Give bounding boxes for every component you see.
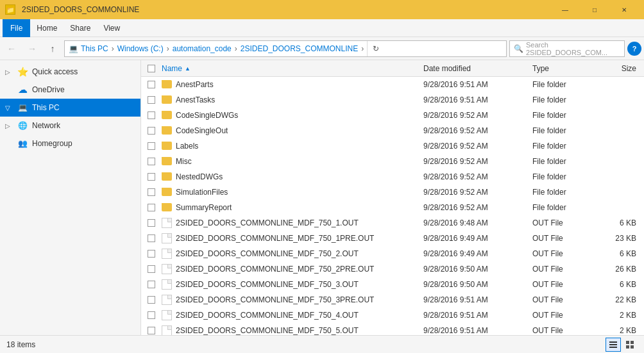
table-row[interactable]: AnestParts 9/28/2016 9:51 AM File folder bbox=[141, 77, 644, 92]
table-row[interactable]: 2SIDED_DOORS_COMMONLINE_MDF_750_1PRE.OUT… bbox=[141, 231, 644, 246]
table-row[interactable]: 2SIDED_DOORS_COMMONLINE_MDF_750_4.OUT 9/… bbox=[141, 308, 644, 323]
row-check[interactable] bbox=[148, 219, 155, 227]
file-icon bbox=[162, 325, 172, 336]
sidebar-item-homegroup[interactable]: ▷ 👥 Homegroup bbox=[0, 135, 140, 152]
row-checkbox[interactable] bbox=[144, 234, 159, 242]
table-row[interactable]: SummaryReport 9/28/2016 9:52 AM File fol… bbox=[141, 200, 644, 215]
table-row[interactable]: 2SIDED_DOORS_COMMONLINE_MDF_750_1.OUT 9/… bbox=[141, 215, 644, 231]
sidebar-item-quick-access[interactable]: ▷ Quick access bbox=[0, 63, 140, 81]
row-checkbox[interactable] bbox=[144, 127, 159, 135]
row-checkbox[interactable] bbox=[144, 188, 159, 196]
row-check[interactable] bbox=[148, 311, 155, 319]
table-row[interactable]: CodeSingleOut 9/28/2016 9:52 AM File fol… bbox=[141, 123, 644, 138]
row-check[interactable] bbox=[148, 265, 155, 273]
row-checkbox[interactable] bbox=[144, 204, 159, 211]
minimize-button[interactable]: — bbox=[550, 0, 580, 19]
table-row[interactable]: 2SIDED_DOORS_COMMONLINE_MDF_750_3PRE.OUT… bbox=[141, 292, 644, 308]
table-row[interactable]: 2SIDED_DOORS_COMMONLINE_MDF_750_2PRE.OUT… bbox=[141, 261, 644, 277]
back-button[interactable]: ← bbox=[3, 40, 21, 58]
row-check[interactable] bbox=[148, 204, 155, 211]
row-check[interactable] bbox=[148, 158, 155, 165]
file-date: 9/28/2016 9:50 AM bbox=[423, 265, 532, 274]
sort-arrow-icon: ▲ bbox=[185, 65, 191, 72]
homegroup-icon: 👥 bbox=[17, 138, 28, 149]
row-checkbox[interactable] bbox=[144, 219, 159, 227]
column-header-size[interactable]: Size bbox=[597, 64, 641, 73]
sidebar-item-network[interactable]: ▷ 🌐 Network bbox=[0, 117, 140, 135]
row-checkbox[interactable] bbox=[144, 311, 159, 319]
sidebar-item-onedrive[interactable]: ▷ ☁ OneDrive bbox=[0, 81, 140, 99]
file-name: 2SIDED_DOORS_COMMONLINE_MDF_750_2.OUT bbox=[159, 249, 423, 259]
row-checkbox[interactable] bbox=[144, 111, 159, 119]
column-header-date[interactable]: Date modified bbox=[423, 64, 532, 73]
row-checkbox[interactable] bbox=[144, 158, 159, 165]
pc-icon: 💻 bbox=[17, 102, 28, 113]
folder-icon bbox=[162, 80, 172, 88]
column-header-name[interactable]: Name ▲ bbox=[159, 64, 423, 73]
row-check[interactable] bbox=[148, 281, 155, 288]
header-checkbox[interactable] bbox=[144, 65, 159, 72]
details-view-button[interactable] bbox=[606, 338, 621, 352]
table-row[interactable]: AnestTasks 9/28/2016 9:51 AM File folder bbox=[141, 92, 644, 108]
breadcrumb-this-pc[interactable]: This PC bbox=[81, 44, 108, 53]
row-check[interactable] bbox=[148, 173, 155, 181]
table-row[interactable]: Misc 9/28/2016 9:52 AM File folder bbox=[141, 154, 644, 169]
table-row[interactable]: 2SIDED_DOORS_COMMONLINE_MDF_750_5.OUT 9/… bbox=[141, 323, 644, 335]
sidebar: ▷ Quick access ▷ ☁ OneDrive ▽ 💻 This PC … bbox=[0, 60, 141, 335]
menu-view[interactable]: View bbox=[97, 19, 126, 37]
row-check[interactable] bbox=[148, 188, 155, 196]
table-row[interactable]: 2SIDED_DOORS_COMMONLINE_MDF_750_2.OUT 9/… bbox=[141, 246, 644, 261]
maximize-button[interactable]: □ bbox=[580, 0, 609, 19]
menu-share[interactable]: Share bbox=[64, 19, 97, 37]
sidebar-item-this-pc[interactable]: ▽ 💻 This PC bbox=[0, 99, 140, 117]
menu-home[interactable]: Home bbox=[30, 19, 64, 37]
row-check[interactable] bbox=[148, 296, 155, 304]
address-bar[interactable]: 💻 This PC › Windows (C:) › automation_co… bbox=[64, 40, 507, 57]
breadcrumb-windows-c[interactable]: Windows (C:) bbox=[117, 44, 164, 53]
help-button[interactable]: ? bbox=[627, 42, 641, 56]
row-check[interactable] bbox=[148, 142, 155, 150]
row-checkbox[interactable] bbox=[144, 327, 159, 334]
row-checkbox[interactable] bbox=[144, 281, 159, 288]
row-check[interactable] bbox=[148, 81, 155, 88]
row-check[interactable] bbox=[148, 327, 155, 334]
row-checkbox[interactable] bbox=[144, 250, 159, 258]
row-check[interactable] bbox=[148, 96, 155, 104]
search-box[interactable]: 🔍 Search 2SIDED_DOORS_COM... bbox=[509, 40, 625, 57]
row-checkbox[interactable] bbox=[144, 173, 159, 181]
table-row[interactable]: CodeSingleDWGs 9/28/2016 9:52 AM File fo… bbox=[141, 108, 644, 123]
file-type: File folder bbox=[532, 157, 597, 166]
forward-button[interactable]: → bbox=[23, 40, 41, 58]
select-all-checkbox[interactable] bbox=[148, 65, 155, 72]
up-button[interactable]: ↑ bbox=[44, 40, 62, 58]
large-icons-view-button[interactable] bbox=[622, 338, 638, 352]
svg-rect-2 bbox=[609, 347, 617, 348]
breadcrumb-current[interactable]: 2SIDED_DOORS_COMMONLINE bbox=[241, 44, 358, 53]
expand-icon: ▷ bbox=[5, 86, 13, 94]
row-check[interactable] bbox=[148, 234, 155, 242]
breadcrumb-automation-code[interactable]: automation_code bbox=[173, 44, 232, 53]
close-button[interactable]: ✕ bbox=[609, 0, 639, 19]
row-checkbox[interactable] bbox=[144, 81, 159, 88]
column-header-type[interactable]: Type bbox=[532, 64, 597, 73]
row-check[interactable] bbox=[148, 250, 155, 258]
file-rows-container: AnestParts 9/28/2016 9:51 AM File folder… bbox=[141, 77, 644, 335]
table-row[interactable]: NestedDWGs 9/28/2016 9:52 AM File folder bbox=[141, 169, 644, 185]
row-check[interactable] bbox=[148, 111, 155, 119]
row-checkbox[interactable] bbox=[144, 96, 159, 104]
table-row[interactable]: 2SIDED_DOORS_COMMONLINE_MDF_750_3.OUT 9/… bbox=[141, 277, 644, 292]
file-name: 2SIDED_DOORS_COMMONLINE_MDF_750_1.OUT bbox=[159, 218, 423, 228]
toolbar: ← → ↑ 💻 This PC › Windows (C:) › automat… bbox=[0, 37, 644, 60]
menu-file[interactable]: File bbox=[3, 19, 30, 37]
row-check[interactable] bbox=[148, 127, 155, 135]
table-row[interactable]: SimulationFiles 9/28/2016 9:52 AM File f… bbox=[141, 185, 644, 200]
row-checkbox[interactable] bbox=[144, 296, 159, 304]
file-date: 9/28/2016 9:51 AM bbox=[423, 326, 532, 335]
folder-icon bbox=[162, 203, 172, 211]
table-row[interactable]: Labels 9/28/2016 9:52 AM File folder bbox=[141, 138, 644, 154]
refresh-button[interactable]: ↻ bbox=[367, 40, 384, 57]
row-checkbox[interactable] bbox=[144, 142, 159, 150]
file-icon bbox=[162, 218, 172, 228]
file-size: 26 KB bbox=[597, 265, 641, 274]
row-checkbox[interactable] bbox=[144, 265, 159, 273]
